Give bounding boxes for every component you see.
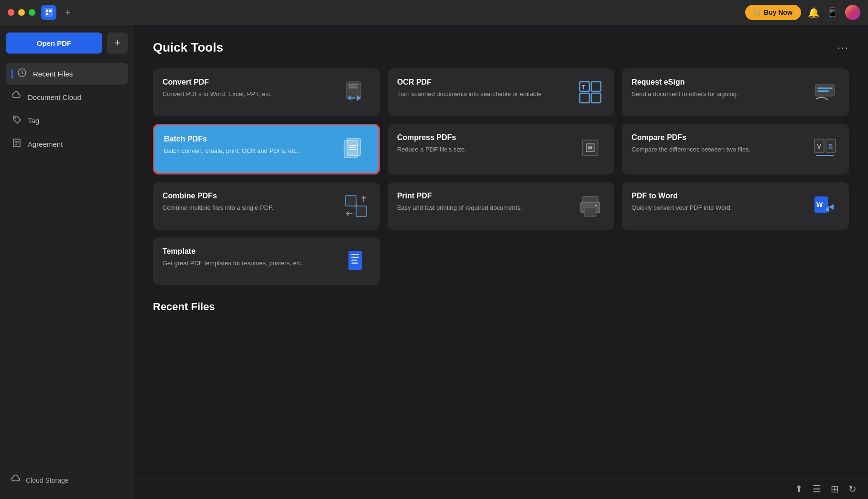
quick-tools-title: Quick Tools — [153, 40, 223, 55]
tool-desc-ocr-pdf: Turn scanned documents into searchable o… — [397, 89, 576, 99]
request-esign-icon — [811, 78, 839, 107]
new-tab-button[interactable]: + — [61, 6, 75, 19]
tool-desc-pdf-to-word: Quickly convert your PDF into Word. — [631, 203, 811, 213]
svg-rect-39 — [351, 260, 357, 261]
svg-rect-0 — [44, 8, 53, 17]
app-icon — [41, 5, 56, 20]
sidebar-nav: Recent Files Document Cloud — [6, 63, 128, 469]
avatar[interactable] — [845, 5, 860, 20]
cloud-storage-icon — [11, 475, 21, 486]
tool-title-pdf-to-word: PDF to Word — [631, 192, 811, 200]
toolbar-grid-icon[interactable]: ⊞ — [831, 483, 839, 495]
tool-title-print-pdf: Print PDF — [397, 192, 576, 200]
tools-grid: Convert PDF Convert PDFs to Word, Excel,… — [153, 68, 849, 285]
active-indicator — [11, 69, 13, 79]
recent-files-heading: Recent Files — [153, 301, 849, 313]
svg-rect-14 — [591, 93, 601, 103]
toolbar-refresh-icon[interactable]: ↻ — [848, 483, 857, 495]
open-pdf-button[interactable]: Open PDF — [6, 33, 102, 54]
svg-rect-12 — [591, 82, 601, 91]
toolbar-list-icon[interactable]: ☰ — [813, 483, 821, 495]
bottom-toolbar: ⬆ ☰ ⊞ ↻ — [134, 478, 868, 499]
pdf-to-word-icon: W — [811, 192, 839, 220]
traffic-lights — [8, 9, 35, 16]
tag-icon — [11, 115, 22, 127]
convert-pdf-icon — [342, 78, 370, 107]
sidebar-item-tag[interactable]: Tag — [6, 110, 128, 131]
tool-card-batch-pdfs[interactable]: Batch PDFs Batch convert, create, print,… — [153, 124, 380, 174]
svg-rect-17 — [817, 87, 833, 89]
maximize-button[interactable] — [29, 9, 35, 16]
tool-desc-print-pdf: Easy and fast printing of required docum… — [397, 203, 576, 213]
tool-title-ocr-pdf: OCR PDF — [397, 78, 576, 87]
svg-rect-18 — [817, 90, 829, 92]
svg-rect-23 — [349, 149, 357, 150]
main-layout: Open PDF + Recent Files — [0, 25, 868, 499]
sidebar-item-label-document-cloud: Document Cloud — [28, 93, 81, 101]
tool-title-compare-pdfs: Compare PDFs — [631, 133, 811, 142]
tool-card-combine-pdfs[interactable]: Combine PDFs Combine multiple files into… — [153, 182, 380, 230]
tool-card-ocr-pdf[interactable]: OCR PDF Turn scanned documents into sear… — [388, 68, 615, 116]
close-button[interactable] — [8, 9, 14, 16]
svg-text:W: W — [816, 201, 823, 208]
batch-pdfs-icon — [340, 135, 369, 163]
tool-desc-template: Get great PDF templates for resumes, pos… — [163, 259, 342, 268]
tool-title-batch-pdfs: Batch PDFs — [164, 135, 340, 143]
tool-card-request-esign[interactable]: Request eSign Send a document to others … — [622, 68, 849, 116]
svg-rect-38 — [351, 257, 359, 258]
notification-icon[interactable]: 🔔 — [808, 7, 820, 18]
svg-rect-8 — [348, 84, 359, 85]
sidebar-item-label-tag: Tag — [28, 117, 39, 125]
svg-text:T: T — [582, 84, 586, 91]
svg-rect-13 — [580, 93, 589, 103]
print-pdf-icon — [576, 192, 605, 220]
svg-rect-37 — [351, 254, 359, 255]
tool-desc-convert-pdf: Convert PDFs to Word, Excel, PPT, etc. — [163, 89, 342, 99]
sidebar-item-label-agreement: Agreement — [28, 140, 63, 148]
sidebar-item-document-cloud[interactable]: Document Cloud — [6, 87, 128, 108]
titlebar-right: 🛒 Buy Now 🔔 📱 — [745, 5, 860, 20]
compress-pdfs-icon — [576, 133, 605, 162]
sidebar-cloud-storage[interactable]: Cloud Storage — [6, 469, 128, 491]
tool-title-request-esign: Request eSign — [631, 78, 811, 87]
tool-card-compress-pdfs[interactable]: Compress PDFs Reduce a PDF file's size. — [388, 124, 615, 174]
svg-rect-21 — [349, 145, 358, 146]
phone-icon[interactable]: 📱 — [826, 7, 838, 18]
ocr-pdf-icon: T — [576, 78, 605, 107]
sidebar-top: Open PDF + — [6, 33, 128, 54]
content-area: Quick Tools ··· Convert PDF Convert PDFs… — [134, 25, 868, 499]
tool-card-convert-pdf[interactable]: Convert PDF Convert PDFs to Word, Excel,… — [153, 68, 380, 116]
svg-rect-9 — [348, 86, 357, 87]
tool-title-compress-pdfs: Compress PDFs — [397, 133, 576, 142]
tool-desc-combine-pdfs: Combine multiple files into a single PDF… — [163, 203, 342, 213]
svg-rect-22 — [349, 147, 356, 148]
template-icon — [342, 247, 370, 276]
document-cloud-icon — [11, 91, 22, 103]
tool-title-convert-pdf: Convert PDF — [163, 78, 342, 87]
svg-rect-28 — [346, 195, 356, 206]
tool-desc-compress-pdfs: Reduce a PDF file's size. — [397, 145, 576, 154]
svg-rect-10 — [348, 87, 358, 88]
tool-card-template[interactable]: Template Get great PDF templates for res… — [153, 238, 380, 285]
tool-card-print-pdf[interactable]: Print PDF Easy and fast printing of requ… — [388, 182, 615, 230]
sidebar-item-recent-files[interactable]: Recent Files — [6, 63, 128, 85]
compare-pdfs-icon: V S — [811, 133, 839, 162]
tool-desc-compare-pdfs: Compare the differences between two file… — [631, 145, 811, 154]
svg-text:V: V — [817, 142, 822, 150]
svg-point-33 — [595, 205, 597, 206]
minimize-button[interactable] — [18, 9, 25, 16]
tool-card-compare-pdfs[interactable]: Compare PDFs Compare the differences bet… — [622, 124, 849, 174]
toolbar-upload-icon[interactable]: ⬆ — [795, 483, 803, 495]
tool-title-combine-pdfs: Combine PDFs — [163, 192, 342, 200]
buy-now-button[interactable]: 🛒 Buy Now — [745, 5, 801, 20]
tool-card-pdf-to-word[interactable]: PDF to Word Quickly convert your PDF int… — [622, 182, 849, 230]
svg-text:S: S — [828, 142, 833, 150]
sidebar-item-agreement[interactable]: Agreement — [6, 133, 128, 155]
tool-desc-request-esign: Send a document to others for signing. — [631, 89, 811, 99]
tool-title-template: Template — [163, 247, 342, 256]
more-options-button[interactable]: ··· — [837, 42, 849, 54]
svg-point-2 — [15, 118, 16, 119]
add-button[interactable]: + — [107, 33, 128, 54]
recent-files-icon — [17, 68, 27, 80]
titlebar: + 🛒 Buy Now 🔔 📱 — [0, 0, 868, 25]
